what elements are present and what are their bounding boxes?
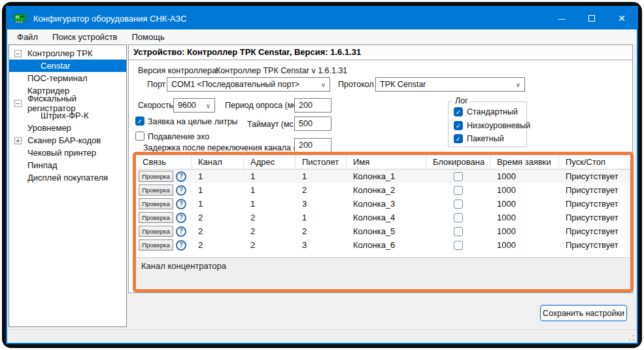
- channel-cell: 1: [192, 169, 244, 183]
- whole-liters-checkbox[interactable]: ✓: [135, 116, 144, 126]
- col-adres: Адрес: [244, 155, 296, 169]
- close-button[interactable]: ✕: [607, 7, 637, 29]
- request-time-cell: 1000: [490, 238, 559, 252]
- table-row[interactable]: Проверка? 1 1 3 Колонка_3 1000 Присутств…: [136, 197, 630, 211]
- app-window: Конфигуратор оборудования СНК-АЗС — ✕ Фа…: [6, 6, 638, 344]
- log-standard-checkbox[interactable]: ✓: [454, 107, 463, 116]
- echo-suppression-checkbox[interactable]: [135, 131, 144, 141]
- log-packet-checkbox[interactable]: ✓: [454, 134, 463, 143]
- table-row[interactable]: Проверка? 2 2 3 Колонка_6 1000 Присутств…: [136, 238, 630, 252]
- status-bar: [7, 329, 637, 343]
- channel-delay-label: Задержка после переключения канала (мс.): [143, 143, 311, 152]
- check-connection-button[interactable]: Проверка: [139, 239, 173, 251]
- window-title: Конфигуратор оборудования СНК-АЗС: [33, 14, 186, 24]
- help-icon[interactable]: ?: [176, 226, 186, 237]
- controller-version-label: Версия контроллера:: [138, 66, 218, 75]
- sidebar-item-displey-pokupatelya[interactable]: Дисплей покупателя: [9, 171, 126, 184]
- sidebar-item-pinpad[interactable]: Пинпад: [9, 159, 126, 171]
- help-icon[interactable]: ?: [176, 213, 186, 223]
- table-row[interactable]: Проверка? 2 2 1 Колонка_4 1000 Присутств…: [136, 211, 630, 224]
- check-icon: ✓: [456, 109, 461, 116]
- menu-device-search[interactable]: Поиск устройств: [45, 29, 125, 44]
- menu-help[interactable]: Помощь: [125, 29, 172, 44]
- table-row[interactable]: Проверка? 1 1 1 Колонка_1 1000 Присутств…: [136, 169, 630, 183]
- channel-cell: 1: [192, 197, 244, 211]
- minimize-button[interactable]: —: [547, 7, 577, 29]
- blocked-checkbox[interactable]: [454, 186, 463, 195]
- log-group-title: Лог: [452, 96, 471, 105]
- blocked-checkbox[interactable]: [454, 213, 463, 222]
- help-icon[interactable]: ?: [176, 199, 186, 209]
- tree-item-label: Чековый принтер: [27, 148, 96, 158]
- help-icon[interactable]: ?: [176, 240, 186, 251]
- expand-icon[interactable]: +: [14, 137, 22, 144]
- concentrator-channel-label: Канал концентратора: [136, 257, 630, 289]
- check-connection-button[interactable]: Проверка: [139, 184, 173, 196]
- channel-delay-value: 200: [299, 141, 313, 150]
- start-stop-cell: Присутствует: [559, 238, 630, 252]
- menu-file[interactable]: Файл: [10, 29, 45, 44]
- speed-select[interactable]: 9600 ∨: [173, 98, 215, 113]
- address-cell: 1: [244, 169, 296, 183]
- collapse-icon[interactable]: −: [14, 99, 22, 107]
- sidebar-item-fiskalny-registrator[interactable]: − Фискальный регистратор: [9, 97, 126, 109]
- table-row[interactable]: Проверка? 1 1 2 Колонка_2 1000 Присутств…: [136, 183, 630, 197]
- tree-item-label: Пинпад: [27, 160, 58, 170]
- maximize-button[interactable]: [577, 7, 607, 29]
- name-cell: Колонка_4: [347, 211, 426, 224]
- sidebar-item-urovnemer[interactable]: Уровнемер: [9, 122, 126, 134]
- blocked-checkbox[interactable]: [454, 172, 463, 181]
- whole-liters-label: Заявка на целые литры: [148, 117, 238, 126]
- sidebar-item-kontroller-trk[interactable]: − Контроллер ТРК: [9, 47, 126, 60]
- help-icon[interactable]: ?: [176, 185, 186, 196]
- help-icon[interactable]: ?: [176, 171, 186, 182]
- log-lowlevel-checkbox[interactable]: ✓: [454, 121, 463, 130]
- echo-suppression-label: Подавление эхо: [148, 132, 209, 141]
- menu-bar: Файл Поиск устройств Помощь: [7, 29, 637, 44]
- blocked-checkbox[interactable]: [454, 200, 463, 209]
- maximize-icon: [588, 15, 595, 22]
- chevron-down-icon: ∨: [206, 102, 211, 109]
- log-packet-label: Пакетный: [467, 134, 504, 143]
- address-cell: 2: [244, 211, 296, 224]
- blocked-checkbox[interactable]: [454, 227, 463, 236]
- window-controls: — ✕: [547, 7, 637, 29]
- sidebar-item-censtar[interactable]: Censtar: [9, 60, 126, 72]
- sidebar-item-chekovy-printer[interactable]: Чековый принтер: [9, 147, 126, 159]
- blocked-checkbox[interactable]: [454, 241, 463, 250]
- name-cell: Колонка_3: [347, 197, 426, 211]
- poll-period-value: 200: [299, 101, 313, 110]
- poll-period-input[interactable]: 200: [294, 98, 331, 113]
- port-value: COM1 <Последовательный порт>: [171, 80, 299, 89]
- speed-label: Скорость: [138, 101, 173, 110]
- tree-item-label: Контроллер ТРК: [27, 48, 93, 58]
- col-kanal: Канал: [192, 155, 244, 169]
- sidebar-item-pos-terminal[interactable]: ПОС-терминал: [9, 72, 126, 84]
- check-connection-button[interactable]: Проверка: [139, 212, 173, 223]
- check-connection-button[interactable]: Проверка: [139, 171, 173, 182]
- sidebar-item-skaner-bar-kodov[interactable]: + Сканер БАР-кодов: [9, 134, 126, 147]
- table-spacer: [136, 252, 630, 257]
- name-cell: Колонка_6: [347, 238, 426, 252]
- protocol-select[interactable]: ТРК Censtar ∨: [375, 77, 525, 92]
- screenshot-frame: Конфигуратор оборудования СНК-АЗС — ✕ Фа…: [2, 2, 642, 348]
- address-cell: 2: [244, 238, 296, 252]
- resize-grip[interactable]: [628, 334, 635, 341]
- table-row[interactable]: Проверка? 2 2 2 Колонка_5 1000 Присутств…: [136, 224, 630, 238]
- col-blokirovana: Блокирована: [426, 155, 490, 169]
- log-lowlevel-label: Низкоуровневый: [467, 121, 530, 130]
- col-svyaz: Связь: [136, 155, 192, 169]
- channel-delay-input[interactable]: 200: [294, 138, 331, 152]
- name-cell: Колонка_1: [347, 169, 426, 183]
- collapse-icon[interactable]: −: [14, 50, 22, 57]
- check-connection-button[interactable]: Проверка: [139, 198, 173, 209]
- timeout-value: 500: [299, 119, 313, 128]
- sidebar-item-shtrih-fr-k[interactable]: Штрих-ФР-К: [9, 109, 126, 122]
- check-connection-button[interactable]: Проверка: [139, 226, 173, 237]
- col-vremya-zayavki: Время заявки: [490, 155, 559, 169]
- port-select[interactable]: COM1 <Последовательный порт> ∨: [167, 77, 330, 92]
- speed-value: 9600: [178, 101, 196, 110]
- protocol-value: ТРК Censtar: [380, 80, 426, 89]
- timeout-input[interactable]: 500: [294, 116, 331, 131]
- save-settings-button[interactable]: Сохранить настройки: [540, 305, 627, 321]
